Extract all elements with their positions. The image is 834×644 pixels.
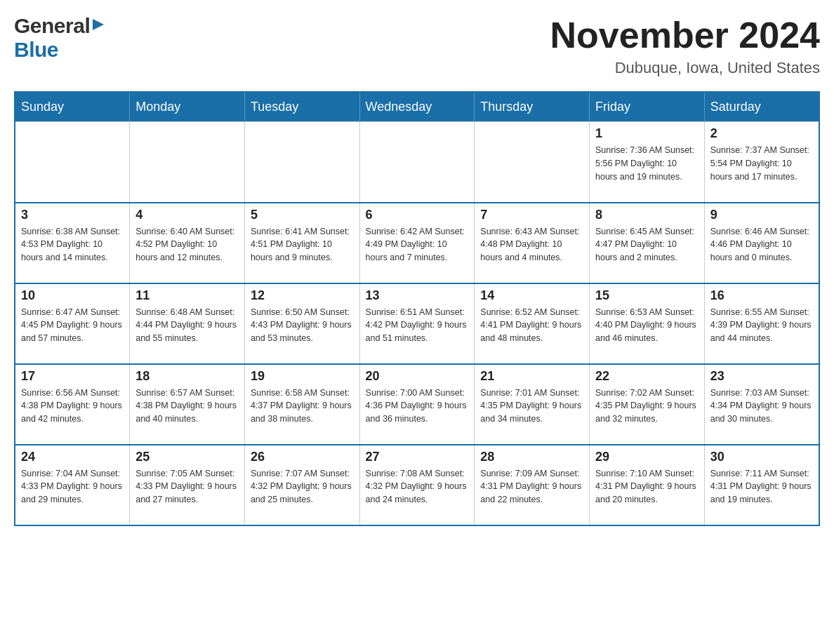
calendar-week-row: 3Sunrise: 6:38 AM Sunset: 4:53 PM Daylig…: [15, 203, 819, 283]
day-info: Sunrise: 6:53 AM Sunset: 4:40 PM Dayligh…: [595, 306, 699, 345]
calendar-header-thursday: Thursday: [475, 92, 590, 122]
calendar-day-28: 28Sunrise: 7:09 AM Sunset: 4:31 PM Dayli…: [475, 445, 590, 525]
day-info: Sunrise: 7:01 AM Sunset: 4:35 PM Dayligh…: [480, 387, 583, 426]
calendar-day-3: 3Sunrise: 6:38 AM Sunset: 4:53 PM Daylig…: [15, 203, 130, 283]
day-number: 15: [595, 288, 699, 303]
day-info: Sunrise: 7:05 AM Sunset: 4:33 PM Dayligh…: [135, 467, 239, 507]
day-info: Sunrise: 7:04 AM Sunset: 4:33 PM Dayligh…: [21, 467, 124, 507]
day-info: Sunrise: 6:43 AM Sunset: 4:48 PM Dayligh…: [480, 225, 583, 264]
day-number: 26: [251, 450, 354, 464]
calendar-day-23: 23Sunrise: 7:03 AM Sunset: 4:34 PM Dayli…: [704, 364, 819, 445]
logo-general-text: General: [14, 14, 90, 38]
day-number: 29: [595, 450, 699, 464]
day-info: Sunrise: 7:36 AM Sunset: 5:56 PM Dayligh…: [595, 144, 699, 183]
calendar-day-2: 2Sunrise: 7:37 AM Sunset: 5:54 PM Daylig…: [704, 122, 819, 203]
calendar-day-21: 21Sunrise: 7:01 AM Sunset: 4:35 PM Dayli…: [475, 364, 590, 445]
calendar-day-6: 6Sunrise: 6:42 AM Sunset: 4:49 PM Daylig…: [359, 203, 475, 283]
day-number: 2: [710, 126, 813, 141]
calendar-day-14: 14Sunrise: 6:52 AM Sunset: 4:41 PM Dayli…: [475, 283, 590, 364]
calendar-header-monday: Monday: [130, 92, 245, 122]
calendar-week-row: 17Sunrise: 6:56 AM Sunset: 4:38 PM Dayli…: [15, 364, 819, 445]
calendar-week-row: 1Sunrise: 7:36 AM Sunset: 5:56 PM Daylig…: [15, 122, 819, 203]
calendar-week-row: 10Sunrise: 6:47 AM Sunset: 4:45 PM Dayli…: [15, 283, 819, 364]
day-info: Sunrise: 6:42 AM Sunset: 4:49 PM Dayligh…: [366, 225, 469, 264]
calendar-empty-cell: [359, 122, 475, 203]
calendar-day-24: 24Sunrise: 7:04 AM Sunset: 4:33 PM Dayli…: [15, 445, 130, 525]
calendar-day-7: 7Sunrise: 6:43 AM Sunset: 4:48 PM Daylig…: [475, 203, 590, 283]
day-info: Sunrise: 6:50 AM Sunset: 4:43 PM Dayligh…: [251, 306, 354, 345]
day-number: 7: [480, 208, 583, 222]
day-number: 4: [135, 208, 239, 222]
calendar-day-16: 16Sunrise: 6:55 AM Sunset: 4:39 PM Dayli…: [704, 283, 819, 364]
title-block: November 2024 Dubuque, Iowa, United Stat…: [550, 14, 820, 77]
calendar-header-row: SundayMondayTuesdayWednesdayThursdayFrid…: [15, 92, 819, 122]
calendar-empty-cell: [130, 122, 245, 203]
calendar-day-15: 15Sunrise: 6:53 AM Sunset: 4:40 PM Dayli…: [590, 283, 705, 364]
day-number: 14: [480, 288, 583, 303]
day-number: 17: [21, 369, 124, 384]
day-info: Sunrise: 7:03 AM Sunset: 4:34 PM Dayligh…: [710, 387, 813, 426]
day-number: 11: [135, 288, 239, 303]
day-info: Sunrise: 6:48 AM Sunset: 4:44 PM Dayligh…: [135, 306, 239, 345]
calendar-day-11: 11Sunrise: 6:48 AM Sunset: 4:44 PM Dayli…: [130, 283, 245, 364]
calendar-header-tuesday: Tuesday: [244, 92, 359, 122]
day-number: 9: [710, 208, 813, 222]
day-number: 18: [135, 369, 239, 384]
day-number: 13: [366, 288, 469, 303]
day-info: Sunrise: 7:09 AM Sunset: 4:31 PM Dayligh…: [480, 467, 583, 507]
day-info: Sunrise: 6:47 AM Sunset: 4:45 PM Dayligh…: [21, 306, 124, 345]
day-info: Sunrise: 6:38 AM Sunset: 4:53 PM Dayligh…: [21, 225, 124, 264]
calendar-empty-cell: [244, 122, 359, 203]
day-number: 27: [366, 450, 469, 464]
day-info: Sunrise: 7:10 AM Sunset: 4:31 PM Dayligh…: [595, 467, 699, 507]
day-number: 12: [251, 288, 354, 303]
calendar-header-friday: Friday: [590, 92, 705, 122]
day-info: Sunrise: 6:56 AM Sunset: 4:38 PM Dayligh…: [21, 387, 124, 426]
calendar-day-13: 13Sunrise: 6:51 AM Sunset: 4:42 PM Dayli…: [359, 283, 475, 364]
logo: General Blue: [14, 14, 105, 62]
day-number: 23: [710, 369, 813, 384]
day-info: Sunrise: 7:02 AM Sunset: 4:35 PM Dayligh…: [595, 387, 699, 426]
calendar-week-row: 24Sunrise: 7:04 AM Sunset: 4:33 PM Dayli…: [15, 445, 819, 525]
day-info: Sunrise: 7:07 AM Sunset: 4:32 PM Dayligh…: [251, 467, 354, 507]
calendar-day-5: 5Sunrise: 6:41 AM Sunset: 4:51 PM Daylig…: [244, 203, 359, 283]
calendar-empty-cell: [475, 122, 590, 203]
calendar-day-20: 20Sunrise: 7:00 AM Sunset: 4:36 PM Dayli…: [359, 364, 475, 445]
calendar-day-27: 27Sunrise: 7:08 AM Sunset: 4:32 PM Dayli…: [359, 445, 475, 525]
day-info: Sunrise: 7:08 AM Sunset: 4:32 PM Dayligh…: [366, 467, 469, 507]
logo-blue-text: Blue: [14, 38, 58, 61]
svg-marker-0: [93, 19, 104, 30]
calendar-day-10: 10Sunrise: 6:47 AM Sunset: 4:45 PM Dayli…: [15, 283, 130, 364]
calendar-day-19: 19Sunrise: 6:58 AM Sunset: 4:37 PM Dayli…: [244, 364, 359, 445]
calendar-day-17: 17Sunrise: 6:56 AM Sunset: 4:38 PM Dayli…: [15, 364, 130, 445]
day-number: 10: [21, 288, 124, 303]
day-number: 30: [710, 450, 813, 464]
day-info: Sunrise: 6:57 AM Sunset: 4:38 PM Dayligh…: [135, 387, 239, 426]
day-number: 21: [480, 369, 583, 384]
day-info: Sunrise: 6:52 AM Sunset: 4:41 PM Dayligh…: [480, 306, 583, 345]
calendar-day-8: 8Sunrise: 6:45 AM Sunset: 4:47 PM Daylig…: [590, 203, 705, 283]
calendar-day-26: 26Sunrise: 7:07 AM Sunset: 4:32 PM Dayli…: [244, 445, 359, 525]
day-number: 20: [366, 369, 469, 384]
calendar-empty-cell: [15, 122, 130, 203]
calendar-day-29: 29Sunrise: 7:10 AM Sunset: 4:31 PM Dayli…: [590, 445, 705, 525]
calendar-day-30: 30Sunrise: 7:11 AM Sunset: 4:31 PM Dayli…: [704, 445, 819, 525]
calendar-day-18: 18Sunrise: 6:57 AM Sunset: 4:38 PM Dayli…: [130, 364, 245, 445]
calendar-day-4: 4Sunrise: 6:40 AM Sunset: 4:52 PM Daylig…: [130, 203, 245, 283]
day-number: 22: [595, 369, 699, 384]
calendar-header-wednesday: Wednesday: [359, 92, 475, 122]
logo-arrow-icon: [91, 18, 105, 34]
page-subtitle: Dubuque, Iowa, United States: [550, 59, 820, 77]
day-info: Sunrise: 6:41 AM Sunset: 4:51 PM Dayligh…: [251, 225, 354, 264]
day-info: Sunrise: 7:00 AM Sunset: 4:36 PM Dayligh…: [366, 387, 469, 426]
calendar-header-saturday: Saturday: [704, 92, 819, 122]
day-info: Sunrise: 7:11 AM Sunset: 4:31 PM Dayligh…: [710, 467, 813, 507]
calendar-day-22: 22Sunrise: 7:02 AM Sunset: 4:35 PM Dayli…: [590, 364, 705, 445]
day-info: Sunrise: 7:37 AM Sunset: 5:54 PM Dayligh…: [710, 144, 813, 183]
day-number: 19: [251, 369, 354, 384]
day-number: 1: [595, 126, 699, 141]
calendar-day-1: 1Sunrise: 7:36 AM Sunset: 5:56 PM Daylig…: [590, 122, 705, 203]
day-number: 24: [21, 450, 124, 464]
day-info: Sunrise: 6:51 AM Sunset: 4:42 PM Dayligh…: [366, 306, 469, 345]
calendar-day-12: 12Sunrise: 6:50 AM Sunset: 4:43 PM Dayli…: [244, 283, 359, 364]
